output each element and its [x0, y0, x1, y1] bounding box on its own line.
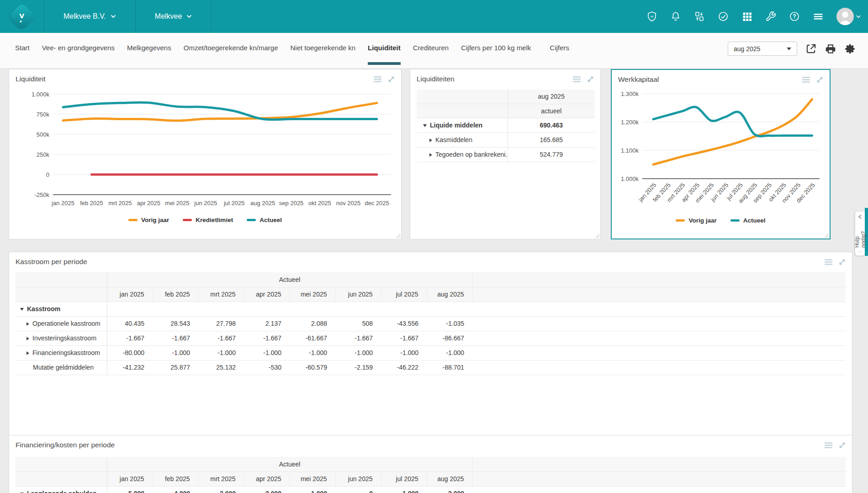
- legend-item-actueel[interactable]: Actueel: [247, 217, 282, 223]
- settings-gear-icon[interactable]: [844, 43, 856, 55]
- tab-omzet-toegerekende-kn-marge[interactable]: Omzet/toegerekende kn/marge: [184, 44, 278, 52]
- tab-liquiditeit[interactable]: Liquiditeit: [368, 44, 401, 52]
- value-cell: 508: [335, 316, 381, 331]
- value-cell: -1.000: [381, 486, 427, 493]
- expand-arrow-icon[interactable]: [429, 138, 432, 142]
- table-row: Liquide middelen690.463: [417, 118, 595, 133]
- value-cell: 1.000: [290, 486, 335, 493]
- chevron-left-icon: <: [858, 213, 862, 221]
- tab-crediteuren[interactable]: Crediteuren: [413, 44, 449, 52]
- expand-arrow-icon[interactable]: [26, 351, 29, 355]
- tools-wrench-icon[interactable]: [765, 11, 776, 22]
- column-header: jul 2025: [381, 472, 427, 486]
- column-header: mei 2025: [290, 287, 335, 302]
- swap-transactions-icon[interactable]: [694, 11, 705, 22]
- app-logo[interactable]: v: [0, 0, 44, 33]
- notifications-bell-icon[interactable]: [670, 11, 681, 22]
- row-label: Liquide middelen: [430, 122, 482, 129]
- panel-menu-icon[interactable]: [573, 76, 581, 82]
- value-cell: -86.667: [427, 331, 472, 345]
- user-avatar[interactable]: [836, 8, 861, 25]
- legend-item-kredietlimiet[interactable]: Kredietlimiet: [183, 217, 233, 223]
- help-tab[interactable]: < Hulp nodig? ...: [855, 211, 865, 256]
- tab-vee-en-grondgegevens[interactable]: Vee- en grondgegevens: [42, 44, 115, 52]
- collapse-arrow-icon[interactable]: [423, 124, 427, 127]
- tab-start[interactable]: Start: [15, 44, 30, 52]
- svg-text:apr 2025: apr 2025: [137, 200, 160, 207]
- period-select-value: aug 2025: [734, 45, 760, 53]
- value-cell: 40.435: [107, 316, 153, 331]
- row-label: Mutatie geldmiddelen: [33, 364, 94, 371]
- svg-text:mei 2025: mei 2025: [165, 200, 189, 207]
- expand-arrow-icon[interactable]: [26, 322, 29, 326]
- administration-selector[interactable]: Melkvee: [136, 0, 212, 33]
- tab-cijfers[interactable]: Cijfers: [550, 44, 570, 52]
- svg-text:?: ?: [793, 13, 796, 20]
- panel-title: Kasstroom per periode: [16, 258, 87, 266]
- panel-menu-icon[interactable]: [374, 76, 381, 82]
- value-cell: 524.779: [508, 147, 595, 162]
- page-nav: StartVee- en grondgegevensMelkgegevensOm…: [0, 33, 868, 69]
- tasks-check-icon[interactable]: [718, 11, 729, 22]
- panel-resize-handle[interactable]: [395, 233, 400, 238]
- collapse-arrow-icon[interactable]: [20, 308, 24, 311]
- menu-icon[interactable]: [813, 11, 824, 22]
- panel-expand-icon[interactable]: [816, 76, 824, 84]
- expand-arrow-icon[interactable]: [429, 153, 432, 157]
- legend-swatch: [128, 219, 138, 221]
- row-label: Operationele kasstroom: [32, 320, 101, 327]
- row-label-cell: Langlopende schulden: [16, 486, 107, 493]
- value-cell: [244, 302, 290, 316]
- expand-arrow-icon[interactable]: [26, 337, 29, 340]
- value-cell: 0: [335, 486, 381, 493]
- legend-label: Vorig jaar: [688, 217, 716, 224]
- app-header: v Melkvee B.V. Melkvee ∞: [0, 0, 868, 33]
- row-label-cell: Operationele kasstroom: [16, 316, 107, 331]
- period-select[interactable]: aug 2025: [728, 42, 797, 56]
- table-row: Langlopende schulden5.0004.0003.0002.000…: [16, 486, 846, 493]
- svg-text:1.000k: 1.000k: [32, 91, 50, 98]
- value-cell: 2.000: [244, 486, 290, 493]
- row-label: Kasmiddelen: [435, 136, 472, 143]
- tab-niet-toegerekende-kn[interactable]: Niet toegerekende kn: [291, 44, 356, 52]
- panel-resize-handle[interactable]: [594, 233, 599, 238]
- nav-actions: aug 2025: [728, 42, 856, 56]
- panel-resize-handle[interactable]: [824, 233, 829, 238]
- tab-cijfers-per-100-kg-melk[interactable]: Cijfers per 100 kg melk: [461, 44, 531, 52]
- company-selector[interactable]: Melkvee B.V.: [44, 0, 136, 33]
- legend-item-vorig-jaar[interactable]: Vorig jaar: [128, 217, 169, 223]
- panel-title: Liquiditeiten: [417, 75, 455, 83]
- value-cell: 25.132: [198, 360, 244, 375]
- value-cell: [198, 302, 244, 316]
- panel-expand-icon[interactable]: [387, 75, 395, 83]
- value-cell: -1.667: [198, 331, 244, 345]
- tab-melkgegevens[interactable]: Melkgegevens: [127, 44, 171, 52]
- panel-menu-icon[interactable]: [825, 442, 832, 448]
- panel-expand-icon[interactable]: [587, 75, 594, 83]
- value-cell: -1.667: [244, 331, 290, 345]
- value-cell: 3.000: [198, 486, 244, 493]
- share-button[interactable]: [805, 43, 817, 55]
- print-button[interactable]: [825, 43, 836, 55]
- column-header: mrt 2025: [198, 472, 244, 486]
- panel-expand-icon[interactable]: [838, 258, 846, 266]
- value-cell: -80.000: [107, 345, 153, 360]
- panel-expand-icon[interactable]: [838, 441, 846, 449]
- app-grid-icon[interactable]: [741, 11, 752, 22]
- value-cell: 28.543: [153, 316, 198, 331]
- panel-menu-icon[interactable]: [825, 259, 832, 265]
- legend-item-vorig-jaar[interactable]: Vorig jaar: [676, 217, 716, 224]
- column-header: jul 2025: [381, 287, 427, 302]
- svg-text:0: 0: [46, 171, 49, 178]
- table-row: Mutatie geldmiddelen-41.23225.87725.132-…: [16, 360, 846, 375]
- help-circle-icon[interactable]: ?: [789, 11, 800, 22]
- legend-label: Vorig jaar: [141, 217, 169, 223]
- visma-badge-icon[interactable]: ∞: [646, 11, 657, 22]
- panel-menu-icon[interactable]: [802, 77, 810, 83]
- svg-text:1.300k: 1.300k: [621, 90, 639, 97]
- value-cell: -1.000: [153, 345, 198, 360]
- svg-text:mrt 2025: mrt 2025: [108, 200, 132, 207]
- legend-item-actueel[interactable]: Actueel: [730, 217, 766, 224]
- value-cell: 165.685: [508, 133, 595, 147]
- column-header: aug 2025: [427, 287, 472, 302]
